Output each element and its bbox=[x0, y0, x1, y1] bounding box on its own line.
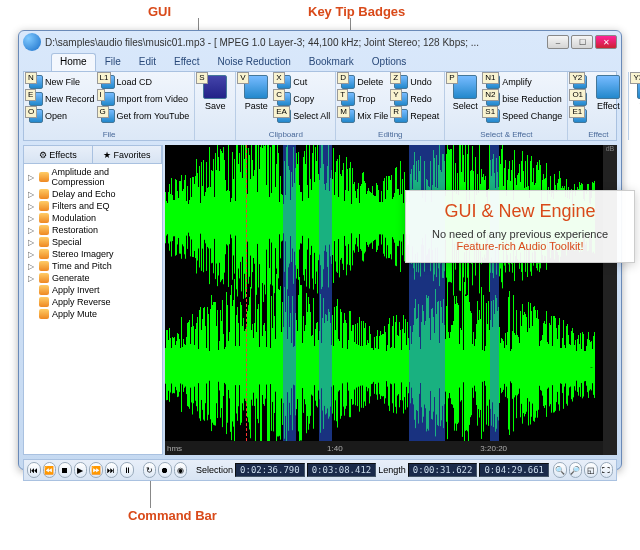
maximize-button[interactable]: ☐ bbox=[571, 35, 593, 49]
load-cd-button[interactable]: L1Load CD bbox=[99, 74, 192, 90]
sidebar-tab-favorites[interactable]: ★ Favorites bbox=[93, 146, 162, 163]
tab-edit[interactable]: Edit bbox=[130, 53, 165, 71]
selection-end-field[interactable]: 0:03:08.412 bbox=[307, 463, 377, 477]
amplify-button[interactable]: N1Amplify bbox=[484, 74, 564, 90]
import-video-button[interactable]: IImport from Video bbox=[99, 91, 192, 107]
delete-button[interactable]: DDelete bbox=[339, 74, 390, 90]
tab-file[interactable]: File bbox=[96, 53, 130, 71]
timeline[interactable]: hms 1:40 3:20:20 bbox=[165, 441, 603, 455]
promo-callout: GUI & New Engine No need of any previous… bbox=[405, 190, 635, 263]
redo-button[interactable]: YRedo bbox=[392, 91, 441, 107]
open-button[interactable]: OOpen bbox=[27, 108, 97, 124]
record-button[interactable]: ⏺ bbox=[158, 462, 172, 478]
paste-button[interactable]: VPaste bbox=[239, 74, 273, 138]
length-label: Length bbox=[378, 465, 406, 475]
tab-options[interactable]: Options bbox=[363, 53, 415, 71]
sidebar-item[interactable]: ▷Amplitude and Compression bbox=[26, 166, 160, 188]
sidebar-item[interactable]: ▷Stereo Imagery bbox=[26, 248, 160, 260]
select-button[interactable]: PSelect bbox=[448, 74, 482, 138]
callout-line1: No need of any previous experience bbox=[418, 228, 622, 240]
noise-button[interactable]: N2bise Reduction bbox=[484, 91, 564, 107]
annotation-gui: GUI bbox=[148, 4, 171, 19]
annotation-cmdbar: Command Bar bbox=[128, 508, 217, 523]
mixfile-button[interactable]: MMix File bbox=[339, 108, 390, 124]
ribbon-group-save: SSave bbox=[195, 72, 236, 140]
record2-button[interactable]: ◉ bbox=[174, 462, 188, 478]
effect-e1-button[interactable]: E1 bbox=[571, 108, 589, 124]
sidebar-tab-effects[interactable]: ⚙ Effects bbox=[24, 146, 93, 163]
effect-o1-button[interactable]: O1 bbox=[571, 91, 589, 107]
annotation-keytip: Key Tip Badges bbox=[308, 4, 405, 19]
ribbon: NNew File ENew Record OOpen L1Load CD II… bbox=[23, 71, 617, 141]
undo-button[interactable]: ZUndo bbox=[392, 74, 441, 90]
speed-button[interactable]: S1Speed Change bbox=[484, 108, 564, 124]
sidebar-item[interactable]: ▷Special bbox=[26, 236, 160, 248]
effect-main-button[interactable]: Effect bbox=[591, 74, 625, 138]
selection-region[interactable] bbox=[319, 145, 333, 441]
copy-button[interactable]: CCopy bbox=[275, 91, 332, 107]
tab-noise[interactable]: Noise Reduction bbox=[208, 53, 299, 71]
skip-start-button[interactable]: ⏮ bbox=[27, 462, 41, 478]
pause-button[interactable]: ⏸ bbox=[120, 462, 134, 478]
tab-effect[interactable]: Effect bbox=[165, 53, 208, 71]
callout-line2: Feature-rich Audio Toolkit! bbox=[418, 240, 622, 252]
window-title: D:\samples\audio files\music01.mp3 - [ M… bbox=[45, 37, 547, 48]
sidebar-item[interactable]: Apply Invert bbox=[26, 284, 160, 296]
ribbon-tabs: Home File Edit Effect Noise Reduction Bo… bbox=[19, 53, 621, 71]
effect-y2-button[interactable]: Y2 bbox=[571, 74, 589, 90]
selectall-button[interactable]: EASelect All bbox=[275, 108, 332, 124]
app-orb-icon[interactable] bbox=[23, 33, 41, 51]
youtube-button[interactable]: GGet from YouTube bbox=[99, 108, 192, 124]
zoom-in-button[interactable]: 🔍 bbox=[553, 462, 567, 478]
view-button[interactable]: Y3View bbox=[632, 74, 640, 138]
new-record-button[interactable]: ENew Record bbox=[27, 91, 97, 107]
zoom-sel-button[interactable]: ◱ bbox=[584, 462, 598, 478]
selection-start-field[interactable]: 0:02:36.790 bbox=[235, 463, 305, 477]
effects-list: ▷Amplitude and Compression▷Delay and Ech… bbox=[24, 164, 162, 322]
transport-bar: ⏮ ⏪ ⏹ ▶ ⏩ ⏭ ⏸ ↻ ⏺ ◉ Selection 0:02:36.79… bbox=[23, 459, 617, 481]
tab-bookmark[interactable]: Bookmark bbox=[300, 53, 363, 71]
sidebar-item[interactable]: ▷Restoration bbox=[26, 224, 160, 236]
sidebar-item[interactable]: ▷Generate bbox=[26, 272, 160, 284]
tab-home[interactable]: Home bbox=[51, 53, 96, 71]
new-file-button[interactable]: NNew File bbox=[27, 74, 97, 90]
sidebar-item[interactable]: ▷Filters and EQ bbox=[26, 200, 160, 212]
save-button[interactable]: SSave bbox=[198, 74, 232, 138]
sidebar-item[interactable]: ▷Delay and Echo bbox=[26, 188, 160, 200]
skip-end-button[interactable]: ⏭ bbox=[105, 462, 119, 478]
zoom-out-button[interactable]: 🔎 bbox=[569, 462, 583, 478]
ribbon-group-select-effect: PSelect N1Amplify N2bise Reduction S1Spe… bbox=[445, 72, 568, 140]
ribbon-group-effect: Y2 O1 E1 Effect Effect bbox=[568, 72, 629, 140]
effect-big-icon bbox=[596, 75, 620, 99]
zoom-fit-button[interactable]: ⛶ bbox=[600, 462, 614, 478]
length1-field[interactable]: 0:00:31.622 bbox=[408, 463, 478, 477]
effects-sidebar: ⚙ Effects ★ Favorites ▷Amplitude and Com… bbox=[23, 145, 163, 455]
ribbon-group-editing: DDelete TTrop MMix File ZUndo YRedo RRep… bbox=[336, 72, 445, 140]
sidebar-item[interactable]: ▷Time and Pitch bbox=[26, 260, 160, 272]
selection-label: Selection bbox=[196, 465, 233, 475]
cut-button[interactable]: XCut bbox=[275, 74, 332, 90]
selection-region[interactable] bbox=[283, 145, 297, 441]
play-button[interactable]: ▶ bbox=[74, 462, 88, 478]
callout-title: GUI & New Engine bbox=[418, 201, 622, 222]
repeat-button[interactable]: RRepeat bbox=[392, 108, 441, 124]
close-button[interactable]: ✕ bbox=[595, 35, 617, 49]
ribbon-group-clipboard: VPaste XCut CCopy EASelect All Clipboard bbox=[236, 72, 336, 140]
forward-button[interactable]: ⏩ bbox=[89, 462, 103, 478]
sidebar-item[interactable]: Apply Mute bbox=[26, 308, 160, 320]
marker-red[interactable] bbox=[246, 145, 247, 441]
loop-button[interactable]: ↻ bbox=[143, 462, 157, 478]
sidebar-item[interactable]: ▷Modulation bbox=[26, 212, 160, 224]
length2-field[interactable]: 0:04:29.661 bbox=[479, 463, 549, 477]
rewind-button[interactable]: ⏪ bbox=[43, 462, 57, 478]
stop-button[interactable]: ⏹ bbox=[58, 462, 72, 478]
titlebar: D:\samples\audio files\music01.mp3 - [ M… bbox=[19, 31, 621, 53]
crop-button[interactable]: TTrop bbox=[339, 91, 390, 107]
minimize-button[interactable]: – bbox=[547, 35, 569, 49]
sidebar-item[interactable]: Apply Reverse bbox=[26, 296, 160, 308]
ribbon-group-view: Y3View View bbox=[629, 72, 640, 140]
ribbon-group-file: NNew File ENew Record OOpen L1Load CD II… bbox=[24, 72, 195, 140]
